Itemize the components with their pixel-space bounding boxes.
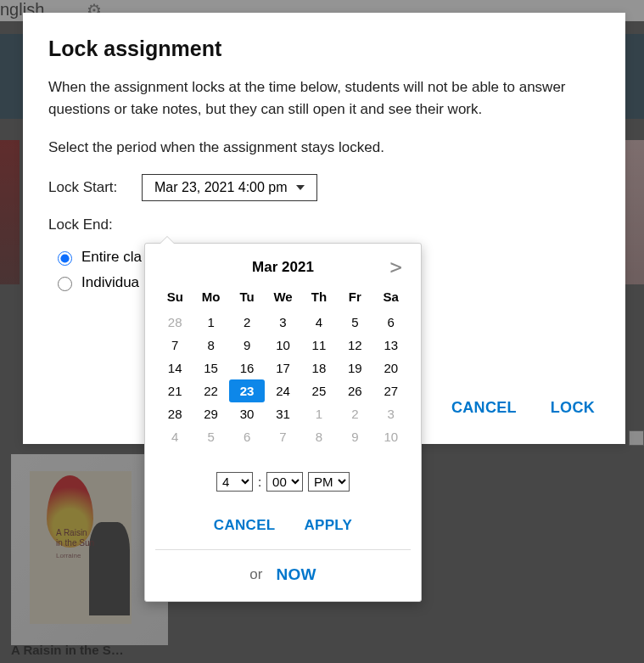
datetime-popover: < Mar 2021 > SuMoTuWeThFrSa2812345678910… xyxy=(144,243,422,602)
dow-header: We xyxy=(265,284,300,311)
calendar-header: < Mar 2021 > xyxy=(145,244,421,284)
calendar-day[interactable]: 14 xyxy=(157,357,193,379)
scope-individual-radio[interactable] xyxy=(58,277,72,291)
calendar-month-title: Mar 2021 xyxy=(252,259,314,276)
lock-start-row: Lock Start: Mar 23, 2021 4:00 pm xyxy=(48,174,596,201)
calendar-day[interactable]: 9 xyxy=(229,334,265,357)
bg-book-title-line1: A Raisin xyxy=(56,528,87,537)
scope-entire-class-label: Entire cla xyxy=(81,249,142,266)
calendar-day[interactable]: 31 xyxy=(265,402,300,425)
scope-individual-label: Individua xyxy=(81,274,139,291)
calendar-day[interactable]: 24 xyxy=(265,379,300,402)
calendar-day[interactable]: 3 xyxy=(265,311,300,334)
calendar-day[interactable]: 16 xyxy=(229,357,265,379)
modal-instruction: Select the period when the assignment st… xyxy=(48,137,596,159)
now-button[interactable]: NOW xyxy=(276,565,316,584)
calendar-day[interactable]: 12 xyxy=(337,334,372,357)
modal-actions: CANCEL LOCK xyxy=(451,399,595,417)
scope-entire-class-radio[interactable] xyxy=(58,251,72,266)
calendar-day[interactable]: 1 xyxy=(301,402,337,425)
minute-select[interactable]: 00153045 xyxy=(266,472,303,492)
or-label: or xyxy=(249,566,262,583)
popover-actions: CANCEL APPLY xyxy=(145,498,421,549)
calendar-day[interactable]: 6 xyxy=(373,311,409,334)
calendar-day[interactable]: 29 xyxy=(193,402,228,425)
bg-card-right xyxy=(624,140,644,284)
modal-title: Lock assignment xyxy=(48,37,596,61)
calendar-day[interactable]: 21 xyxy=(157,379,193,402)
dow-header: Th xyxy=(301,284,337,311)
time-separator: : xyxy=(258,475,261,489)
time-selector-row: 123456789101112 : 00153045 AMPM xyxy=(145,455,421,498)
cancel-button[interactable]: CANCEL xyxy=(451,399,517,417)
calendar-day[interactable]: 15 xyxy=(193,357,228,379)
calendar-day[interactable]: 1 xyxy=(193,311,228,334)
calendar-day[interactable]: 13 xyxy=(373,334,409,357)
lock-start-value: Mar 23, 2021 4:00 pm xyxy=(154,180,288,195)
hour-select[interactable]: 123456789101112 xyxy=(216,472,253,492)
calendar-day[interactable]: 23 xyxy=(229,379,265,402)
calendar-day[interactable]: 17 xyxy=(265,357,300,379)
calendar-day[interactable]: 4 xyxy=(301,311,337,334)
calendar-day[interactable]: 28 xyxy=(157,402,193,425)
popover-apply-button[interactable]: APPLY xyxy=(305,517,353,534)
calendar-day[interactable]: 5 xyxy=(193,425,228,448)
calendar-grid: SuMoTuWeThFrSa28123456789101112131415161… xyxy=(145,284,421,455)
bg-book-author: Lorraine xyxy=(56,552,81,559)
calendar-day[interactable]: 3 xyxy=(373,402,409,425)
calendar-day[interactable]: 11 xyxy=(301,334,337,357)
dow-header: Mo xyxy=(193,284,228,311)
bg-book-caption: A Raisin in the S… xyxy=(11,643,124,657)
calendar-day[interactable]: 8 xyxy=(193,334,228,357)
calendar-day[interactable]: 4 xyxy=(157,425,193,448)
calendar-day[interactable]: 9 xyxy=(337,425,372,448)
calendar-day[interactable]: 7 xyxy=(265,425,300,448)
now-row: or NOW xyxy=(145,550,421,601)
calendar-day[interactable]: 30 xyxy=(229,402,265,425)
bg-book-title-line2: in the Sun xyxy=(56,538,94,548)
modal-description: When the assignment locks at the time be… xyxy=(48,76,596,121)
calendar-day[interactable]: 10 xyxy=(265,334,300,357)
dow-header: Sa xyxy=(373,284,409,311)
calendar-day[interactable]: 20 xyxy=(373,357,409,379)
next-month-button[interactable]: > xyxy=(390,256,402,279)
dow-header: Tu xyxy=(229,284,265,311)
dow-header: Su xyxy=(157,284,193,311)
lock-start-label: Lock Start: xyxy=(48,179,142,196)
lock-end-label: Lock End: xyxy=(48,216,142,233)
calendar-day[interactable]: 19 xyxy=(337,357,372,379)
bg-book-person-shape xyxy=(89,522,130,615)
dow-header: Fr xyxy=(337,284,372,311)
calendar-day[interactable]: 8 xyxy=(301,425,337,448)
calendar-day[interactable]: 22 xyxy=(193,379,228,402)
lock-button[interactable]: LOCK xyxy=(551,399,595,417)
calendar-day[interactable]: 6 xyxy=(229,425,265,448)
calendar-day[interactable]: 25 xyxy=(301,379,337,402)
calendar-day[interactable]: 10 xyxy=(373,425,409,448)
lock-start-datetime-button[interactable]: Mar 23, 2021 4:00 pm xyxy=(142,174,317,201)
calendar-day[interactable]: 5 xyxy=(337,311,372,334)
calendar-day[interactable]: 27 xyxy=(373,379,409,402)
calendar-day[interactable]: 7 xyxy=(157,334,193,357)
popover-cancel-button[interactable]: CANCEL xyxy=(214,517,276,534)
calendar-day[interactable]: 2 xyxy=(337,402,372,425)
calendar-icon xyxy=(629,430,644,446)
ampm-select[interactable]: AMPM xyxy=(308,472,350,492)
caret-down-icon xyxy=(296,185,305,190)
calendar-day[interactable]: 26 xyxy=(337,379,372,402)
calendar-day[interactable]: 28 xyxy=(157,311,193,334)
bg-card-left xyxy=(0,140,20,284)
lock-end-row: Lock End: xyxy=(48,216,596,233)
calendar-day[interactable]: 18 xyxy=(301,357,337,379)
calendar-day[interactable]: 2 xyxy=(229,311,265,334)
